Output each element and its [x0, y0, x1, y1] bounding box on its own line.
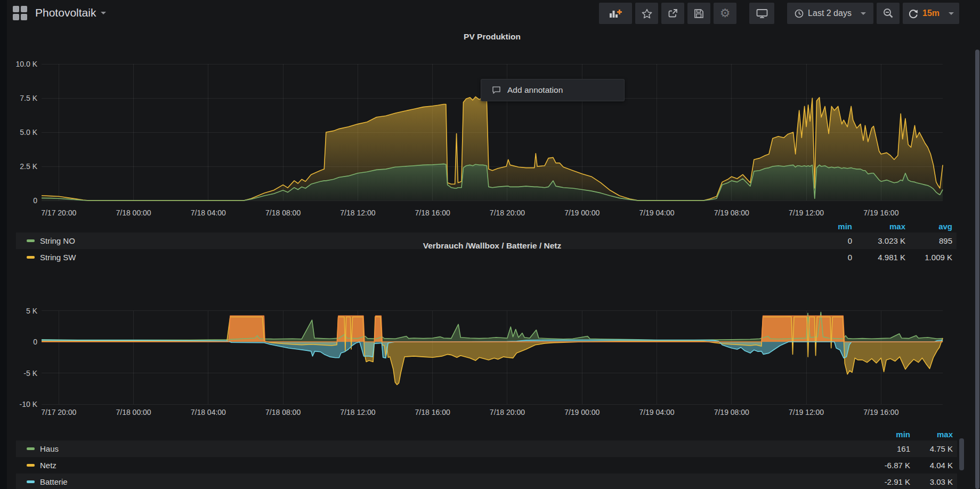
share-button[interactable]	[661, 3, 684, 24]
chevron-down-icon	[101, 12, 106, 14]
x-tick-label: 7/19 12:00	[789, 408, 824, 416]
x-tick-label: 7/18 08:00	[265, 209, 301, 217]
clock-icon	[795, 9, 804, 18]
series-label: Batterie	[40, 477, 68, 486]
zoom-out-button[interactable]	[877, 3, 900, 24]
pv-produktion-chart[interactable]: 10.0 K7.5 K5.0 K2.5 K07/17 20:007/18 00:…	[0, 47, 980, 223]
time-range-picker[interactable]: Last 2 days	[787, 3, 873, 24]
verbrauch-chart[interactable]: 5 K0-5 K-10 K7/17 20:007/18 00:007/18 04…	[0, 277, 980, 428]
series-swatch-green	[27, 447, 35, 450]
x-tick-label: 7/18 00:00	[116, 408, 151, 416]
grid-square	[13, 6, 19, 12]
star-button[interactable]	[635, 3, 658, 24]
chevron-down-icon	[949, 12, 954, 15]
series-swatch-yellow	[27, 464, 35, 467]
x-tick-label: 7/18 04:00	[191, 209, 226, 217]
x-tick-label: 7/18 20:00	[490, 209, 525, 217]
y-tick-label: -5 K	[23, 369, 37, 378]
stat-max: 4.75 K	[910, 444, 953, 453]
x-tick-label: 7/19 16:00	[863, 209, 898, 217]
dashboard-title-dropdown[interactable]: Photovoltaik	[35, 6, 106, 19]
page-scrollbar-thumb[interactable]	[975, 50, 979, 489]
share-icon	[667, 8, 678, 19]
x-tick-label: 7/19 00:00	[564, 408, 600, 416]
x-tick-label: 7/19 16:00	[863, 408, 898, 416]
x-tick-label: 7/19 04:00	[639, 408, 674, 416]
x-tick-label: 7/19 08:00	[714, 209, 749, 217]
series-swatch-yellow	[27, 256, 35, 259]
toolbar: ⚙ Last 2 days	[599, 3, 959, 24]
time-range-label: Last 2 days	[808, 9, 852, 18]
panel2-title[interactable]: Verbrauch /Wallbox / Batterie / Netz	[42, 241, 943, 251]
x-tick-label: 7/19 00:00	[564, 209, 600, 217]
add-annotation-menu-item[interactable]: Add annotation	[481, 79, 625, 101]
add-annotation-label: Add annotation	[507, 85, 563, 95]
comment-icon	[492, 86, 501, 94]
grid-square	[21, 6, 27, 12]
series-toggle-haus[interactable]: Haus	[16, 444, 870, 453]
refresh-interval-label: 15m	[922, 9, 939, 18]
x-tick-label: 7/18 08:00	[265, 408, 301, 416]
navbar: Photovoltaik	[7, 0, 980, 26]
series-swatch-cyan	[27, 480, 35, 483]
y-tick-label: 5 K	[26, 307, 38, 315]
x-tick-label: 7/17 20:00	[41, 209, 76, 217]
grid-square	[21, 14, 27, 20]
legend-row-batterie: Batterie -2.91 K 3.03 K	[16, 474, 957, 489]
legend-header-max[interactable]: max	[910, 430, 953, 439]
y-tick-label: 7.5 K	[20, 94, 37, 102]
refresh-button[interactable]: 15m	[903, 3, 959, 24]
apps-grid-icon[interactable]	[13, 6, 27, 20]
legend-header-min[interactable]: min	[870, 430, 910, 439]
stat-min: -2.91 K	[870, 477, 910, 486]
series-toggle-batterie[interactable]: Batterie	[16, 477, 870, 486]
save-icon	[694, 9, 704, 19]
add-panel-icon	[609, 9, 622, 18]
legend-scrollbar-thumb[interactable]	[959, 438, 964, 470]
grid-square	[13, 14, 19, 20]
x-tick-label: 7/18 12:00	[340, 209, 375, 217]
x-tick-label: 7/18 12:00	[340, 408, 375, 416]
legend-header-row: min max avg	[16, 220, 957, 233]
legend-row-haus: Haus 161 4.75 K	[16, 440, 957, 457]
panel1-title[interactable]: PV Produktion	[42, 32, 943, 42]
x-tick-label: 7/19 04:00	[639, 209, 674, 217]
series-toggle-string-sw[interactable]: String SW	[16, 253, 804, 262]
stat-min: -6.87 K	[870, 461, 910, 470]
save-button[interactable]	[687, 3, 710, 24]
settings-button[interactable]: ⚙	[714, 3, 736, 24]
y-tick-label: 5.0 K	[20, 128, 37, 137]
stat-avg: 1.009 K	[905, 253, 952, 262]
x-tick-label: 7/18 20:00	[490, 408, 525, 416]
stat-max: 3.03 K	[910, 477, 953, 486]
x-tick-label: 7/18 16:00	[415, 209, 450, 217]
x-tick-label: 7/18 04:00	[191, 408, 226, 416]
star-icon	[642, 9, 652, 19]
legend-header-min[interactable]: min	[804, 222, 852, 231]
legend-header-avg[interactable]: avg	[905, 222, 952, 231]
x-tick-label: 7/17 20:00	[41, 408, 76, 416]
y-tick-label: 2.5 K	[20, 162, 37, 171]
x-tick-label: 7/18 00:00	[116, 209, 151, 217]
x-tick-label: 7/19 12:00	[789, 209, 824, 217]
legend-row-netz: Netz -6.87 K 4.04 K	[16, 457, 957, 474]
series-label: Netz	[40, 461, 56, 470]
refresh-icon	[908, 9, 918, 19]
y-tick-label: -10 K	[20, 400, 38, 408]
stat-min: 0	[804, 253, 852, 262]
series-label: String SW	[40, 253, 76, 262]
x-tick-label: 7/19 08:00	[714, 408, 749, 416]
add-panel-button[interactable]	[599, 3, 632, 24]
tv-mode-button[interactable]	[749, 3, 774, 24]
series-toggle-netz[interactable]: Netz	[16, 461, 870, 470]
y-tick-label: 10.0 K	[16, 60, 38, 68]
gear-icon: ⚙	[720, 7, 731, 19]
zoom-out-icon	[883, 8, 894, 19]
panel2-legend: min max Haus 161 4.75 K Netz -6.87 K 4.0…	[16, 428, 957, 489]
stat-max: 4.981 K	[852, 253, 905, 262]
stat-min: 161	[870, 444, 910, 453]
series-label: Haus	[40, 444, 59, 453]
dashboard-title: Photovoltaik	[35, 6, 96, 19]
legend-header-max[interactable]: max	[852, 222, 905, 231]
stat-max: 4.04 K	[910, 461, 953, 470]
